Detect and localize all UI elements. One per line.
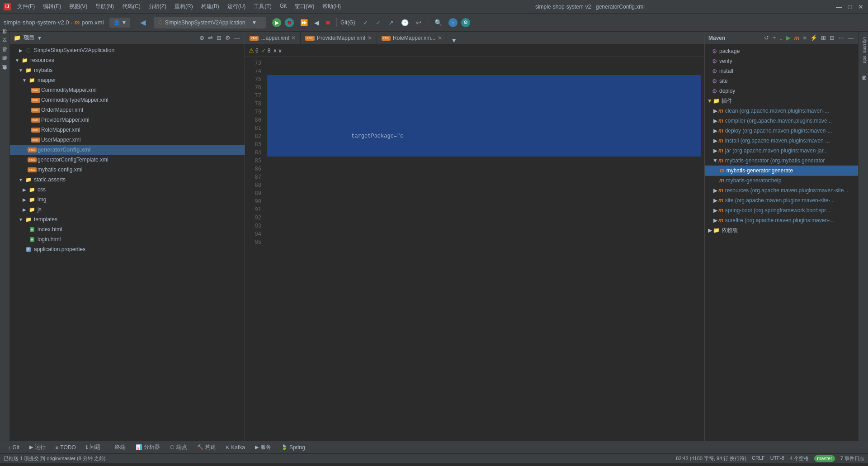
- minimize-button[interactable]: —: [835, 3, 843, 10]
- git-rollback-button[interactable]: ↩: [413, 16, 424, 29]
- maven-minimize-icon[interactable]: —: [847, 33, 854, 42]
- coverage-button[interactable]: ⏩: [297, 16, 311, 29]
- menu-nav[interactable]: 导航(N): [92, 2, 118, 11]
- maven-lifecycle-site[interactable]: ⚙ site: [705, 76, 858, 86]
- branch-indicator[interactable]: master: [814, 455, 835, 462]
- maven-more-plugin-2[interactable]: ▶ m spring-boot (org.springframework.boo…: [705, 205, 858, 215]
- tree-item-mybatisconfig[interactable]: XML mybatis-config.xml: [10, 165, 245, 175]
- bottom-tab-issues[interactable]: ℹ 问题: [81, 442, 105, 453]
- sidebar-tab-structure[interactable]: 结构: [0, 61, 9, 68]
- menu-code[interactable]: 代码(C): [118, 2, 144, 11]
- debug-button[interactable]: 🐞: [285, 18, 294, 27]
- menu-tools[interactable]: 工具(T): [250, 2, 275, 11]
- nav-down[interactable]: ∨: [278, 48, 282, 54]
- maven-plugin-5[interactable]: ▼ m mybatis-generator (org.mybatis.gener…: [705, 156, 858, 166]
- tree-item-genconfigtempl[interactable]: XML generatorConfigTemplate.xml: [10, 155, 245, 165]
- tree-item-commoditytype[interactable]: XML CommodityTypeMapper.xml: [10, 95, 245, 105]
- sidebar-tab-hints[interactable]: 提示: [0, 52, 9, 59]
- bottom-tab-terminal[interactable]: _ 终端: [106, 442, 130, 453]
- bottom-tab-endpoints[interactable]: ⬡ 端点: [165, 442, 192, 453]
- tree-item-staticasserts[interactable]: ▼ 📁 static.asserts: [10, 175, 245, 185]
- bottom-tab-spring[interactable]: 🍃 Spring: [277, 442, 310, 453]
- tab-close-0[interactable]: ✕: [291, 35, 296, 41]
- git-push-button[interactable]: ↗: [386, 16, 396, 29]
- bottom-tab-profiler[interactable]: 📊 分析器: [131, 442, 165, 453]
- notifications-button[interactable]: ⚙: [461, 18, 470, 27]
- tab-close-1[interactable]: ✕: [368, 35, 372, 41]
- maven-lines-icon[interactable]: ≡: [802, 33, 807, 42]
- sidebar-tab-favorites[interactable]: 收藏夹: [0, 70, 9, 77]
- maven-lifecycle-verify[interactable]: ⚙ verify: [705, 56, 858, 66]
- menu-view[interactable]: 视图(V): [66, 2, 91, 11]
- maven-run-icon[interactable]: ▶: [785, 33, 792, 42]
- maven-deps-header[interactable]: ▶ 📁 依赖项: [705, 225, 858, 235]
- encoding[interactable]: UTF-8: [770, 455, 784, 462]
- line-ending[interactable]: CRLF: [752, 455, 765, 462]
- collapse-icon[interactable]: ⊟: [216, 33, 222, 42]
- profiler-button[interactable]: ◀: [311, 16, 322, 29]
- maven-collapse-icon[interactable]: ⊟: [829, 33, 835, 42]
- events-log[interactable]: 7 事件日志: [840, 455, 864, 462]
- tree-item-mapper[interactable]: ▼ 📁 mapper: [10, 75, 245, 85]
- maven-plugin-3[interactable]: ▶ m install (org.apache.maven.plugins:ma…: [705, 136, 858, 146]
- update-button[interactable]: ↑: [448, 18, 458, 27]
- tree-item-loginhtml[interactable]: H login.html: [10, 234, 245, 244]
- git-commit-button[interactable]: ✓: [373, 16, 384, 29]
- tree-item-img[interactable]: ▶ 📁 img: [10, 195, 245, 204]
- back-button[interactable]: ◀: [137, 16, 148, 29]
- run-button[interactable]: ▶: [272, 18, 281, 27]
- menu-window[interactable]: 窗口(W): [291, 2, 318, 11]
- git-history-button[interactable]: 🕐: [398, 16, 411, 29]
- project-dropdown[interactable]: 👤 ▼: [109, 18, 131, 28]
- nav-up[interactable]: ∧: [273, 48, 277, 54]
- sidebar-tab-project[interactable]: 项目: [0, 33, 9, 41]
- tree-item-resources[interactable]: ▼ 📁 resources: [10, 55, 245, 65]
- tree-item-css[interactable]: ▶ 📁 css: [10, 185, 245, 195]
- add-icon[interactable]: ⊕: [198, 33, 205, 42]
- bottom-tab-build[interactable]: 🔨 构建: [193, 442, 221, 453]
- tab-more-button[interactable]: ▼: [447, 37, 461, 44]
- maven-lightning-icon[interactable]: ⚡: [809, 33, 818, 42]
- maven-generator-item-1[interactable]: m mybatis-generator:help: [705, 176, 858, 185]
- tree-item-templates[interactable]: ▼ 📁 templates: [10, 214, 245, 224]
- editor-tab-2[interactable]: XML RoleMapper.xm... ✕: [377, 32, 448, 44]
- editor-tab-0[interactable]: XML ...apper.xml ✕: [245, 32, 301, 44]
- tab-close-2[interactable]: ✕: [438, 35, 442, 41]
- indent[interactable]: 4 个空格: [790, 455, 809, 462]
- stop-button[interactable]: ■: [323, 16, 333, 29]
- tree-item-commodity[interactable]: XML CommodityMapper.xml: [10, 85, 245, 95]
- maven-more-plugin-0[interactable]: ▶ m resources (org.apache.maven.plugins:…: [705, 185, 858, 195]
- right-tab-settings[interactable]: 设置栏: [859, 69, 868, 76]
- maven-lifecycle-deploy[interactable]: ⚙ deploy: [705, 86, 858, 96]
- maven-refresh-icon[interactable]: ↺: [763, 33, 770, 42]
- tree-item-app[interactable]: ▶ ⬡ SimpleShopSystemV2Application: [10, 45, 245, 55]
- menu-help[interactable]: 帮助(H): [319, 2, 344, 11]
- tree-item-appprops[interactable]: P application.properties: [10, 244, 245, 254]
- maven-more-plugin-3[interactable]: ▶ m surefire (org.apache.maven.plugins:m…: [705, 215, 858, 225]
- cursor-position[interactable]: 82:42 (4180 字符, 94 行 换行符): [676, 455, 746, 462]
- close-button[interactable]: ✕: [857, 3, 864, 10]
- breadcrumb-project[interactable]: simple-shop-system-v2.0: [4, 19, 69, 26]
- maven-plugin-4[interactable]: ▶ m jar (org.apache.maven.plugins:maven-…: [705, 146, 858, 156]
- tree-item-mybatis[interactable]: ▼ 📁 mybatis: [10, 65, 245, 75]
- search-button[interactable]: 🔍: [432, 16, 445, 29]
- menu-refactor[interactable]: 重构(R): [171, 2, 197, 11]
- tree-item-user[interactable]: XML UserMapper.xml: [10, 135, 245, 145]
- sidebar-tab-exchange[interactable]: 交: [0, 43, 9, 50]
- menu-file[interactable]: 文件(F): [14, 2, 38, 11]
- bottom-tab-git[interactable]: ↕ Git: [4, 442, 24, 453]
- menu-edit[interactable]: 编辑(E): [39, 2, 65, 11]
- minimize-panel-icon[interactable]: —: [233, 33, 241, 42]
- git-update-button[interactable]: ✓: [360, 16, 371, 29]
- maven-generator-item-0[interactable]: m mybatis-generator:generate: [705, 166, 858, 176]
- maximize-button[interactable]: □: [846, 3, 854, 10]
- tree-item-genconfig[interactable]: XML generatorConfig.xml: [10, 145, 245, 155]
- bottom-tab-run[interactable]: ▶ 运行: [25, 442, 50, 453]
- menu-build[interactable]: 构建(B): [198, 2, 223, 11]
- editor-tab-1[interactable]: XML ProviderMapper.xml ✕: [301, 32, 377, 44]
- menu-git[interactable]: Git: [276, 2, 290, 11]
- maven-m-icon[interactable]: m: [793, 33, 801, 42]
- project-selector[interactable]: 👤 ▼: [109, 18, 131, 28]
- tree-item-provider[interactable]: XML ProviderMapper.xml: [10, 115, 245, 125]
- tree-item-order[interactable]: XML OrderMapper.xml: [10, 105, 245, 115]
